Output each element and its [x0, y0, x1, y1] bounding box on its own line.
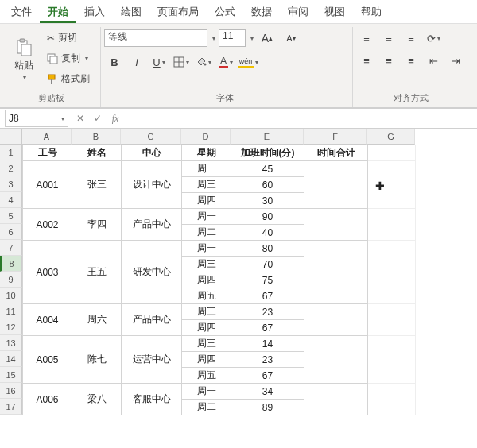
cell-sum[interactable] [304, 336, 368, 384]
row-header[interactable]: 10 [0, 288, 22, 303]
align-top-button[interactable]: ≡ [356, 29, 377, 48]
cell-center[interactable]: 产品中心 [122, 209, 182, 241]
format-painter-button[interactable]: 格式刷 [43, 70, 94, 88]
increase-font-button[interactable]: A▴ [257, 29, 277, 48]
row-header[interactable]: 5 [0, 208, 22, 224]
table-header-cell[interactable]: 姓名 [72, 145, 122, 161]
menu-开始[interactable]: 开始 [40, 1, 76, 23]
table-row[interactable]: A004周六产品中心周三23 [23, 304, 416, 320]
column-header[interactable]: E [231, 129, 304, 145]
menu-帮助[interactable]: 帮助 [353, 1, 390, 23]
row-header[interactable]: 13 [0, 335, 22, 351]
cell-overtime[interactable]: 40 [231, 225, 304, 241]
menu-公式[interactable]: 公式 [207, 1, 243, 23]
row-header[interactable]: 3 [0, 176, 22, 192]
cut-button[interactable]: ✂ 剪切 [43, 29, 94, 47]
cell-day[interactable]: 周二 [182, 400, 231, 415]
cell-overtime[interactable]: 70 [231, 257, 304, 272]
cell-day[interactable]: 周三 [182, 304, 231, 320]
menu-审阅[interactable]: 审阅 [280, 1, 316, 23]
cell-name[interactable]: 王五 [72, 241, 122, 304]
cell-overtime[interactable]: 80 [231, 241, 304, 257]
cell-id[interactable]: A005 [23, 336, 72, 384]
column-header[interactable]: A [22, 129, 72, 145]
chevron-down-icon[interactable]: ▾ [212, 35, 215, 42]
confirm-entry-button[interactable]: ✓ [89, 113, 107, 124]
cell-day[interactable]: 周三 [182, 257, 231, 272]
table-header-cell[interactable] [368, 145, 416, 161]
phonetic-button[interactable]: wén▾ [238, 52, 258, 71]
cell-day[interactable]: 周五 [182, 288, 231, 304]
decrease-indent-button[interactable]: ⇤ [423, 51, 444, 70]
menu-页面布局[interactable]: 页面布局 [149, 1, 207, 23]
table-header-cell[interactable]: 星期 [182, 145, 231, 161]
cell-overtime[interactable]: 60 [231, 177, 304, 193]
cell-day[interactable]: 周四 [182, 352, 231, 368]
cell-name[interactable]: 梁八 [72, 384, 122, 415]
cell-id[interactable]: A006 [23, 384, 72, 415]
cell-overtime[interactable]: 14 [231, 336, 304, 352]
row-header[interactable]: 17 [0, 399, 22, 415]
cell-day[interactable]: 周一 [182, 241, 231, 257]
cell-day[interactable]: 周一 [182, 161, 231, 177]
table-header-cell[interactable]: 中心 [122, 145, 182, 161]
table-header-cell[interactable]: 工号 [23, 145, 72, 161]
cell-day[interactable]: 周一 [182, 384, 231, 400]
cell-empty[interactable] [368, 336, 416, 384]
copy-button[interactable]: 复制 ▾ [43, 49, 94, 68]
cell-empty[interactable] [368, 161, 416, 209]
cell-day[interactable]: 周二 [182, 225, 231, 241]
cell-overtime[interactable]: 90 [231, 209, 304, 225]
cell-center[interactable]: 产品中心 [122, 304, 182, 336]
cell-day[interactable]: 周三 [182, 177, 231, 193]
cell-day[interactable]: 周五 [182, 368, 231, 384]
cell-overtime[interactable]: 75 [231, 272, 304, 288]
font-color-button[interactable]: A▾ [215, 52, 236, 71]
cell-empty[interactable] [368, 209, 416, 241]
underline-button[interactable]: U▾ [149, 52, 169, 71]
table-row[interactable]: A002李四产品中心周一90 [23, 209, 416, 225]
row-header[interactable]: 8 [0, 256, 22, 272]
cell-overtime[interactable]: 23 [231, 352, 304, 368]
row-header[interactable]: 4 [0, 192, 22, 208]
cell-name[interactable]: 张三 [72, 161, 122, 209]
row-header[interactable]: 9 [0, 272, 22, 288]
cancel-entry-button[interactable]: ✕ [72, 113, 89, 124]
table-row[interactable]: A006梁八客服中心周一34 [23, 384, 416, 400]
cell-sum[interactable] [304, 304, 368, 336]
row-header[interactable]: 2 [0, 160, 22, 176]
cell-empty[interactable] [368, 384, 416, 415]
cell-id[interactable]: A001 [23, 161, 72, 209]
row-header[interactable]: 12 [0, 319, 22, 335]
menu-文件[interactable]: 文件 [3, 1, 40, 23]
table-header-cell[interactable]: 时间合计 [304, 145, 368, 161]
table-row[interactable]: A001张三设计中心周一45 [23, 161, 416, 177]
cell-name[interactable]: 李四 [72, 209, 122, 241]
increase-indent-button[interactable]: ⇥ [445, 51, 466, 70]
column-header[interactable]: G [367, 129, 415, 145]
align-right-button[interactable]: ≡ [401, 51, 421, 70]
cell-center[interactable]: 研发中心 [122, 241, 182, 304]
font-size-select[interactable]: 11 [219, 29, 246, 47]
table-row[interactable]: A003王五研发中心周一80 [23, 241, 416, 257]
cell-sum[interactable] [304, 161, 368, 209]
row-header[interactable]: 7 [0, 240, 22, 256]
orientation-button[interactable]: ⟳▾ [423, 29, 444, 48]
cell-name[interactable]: 陈七 [72, 336, 122, 384]
cell-name[interactable]: 周六 [72, 304, 122, 336]
cell-day[interactable]: 周一 [182, 209, 231, 225]
cell-day[interactable]: 周三 [182, 336, 231, 352]
menu-插入[interactable]: 插入 [76, 1, 113, 23]
cell-overtime[interactable]: 30 [231, 193, 304, 209]
column-header[interactable]: C [121, 129, 181, 145]
paste-button[interactable]: 粘贴 ▾ [8, 29, 40, 90]
menu-视图[interactable]: 视图 [316, 1, 353, 23]
row-header[interactable]: 11 [0, 303, 22, 319]
cell-empty[interactable] [368, 304, 416, 336]
insert-function-button[interactable]: fx [107, 113, 124, 125]
row-header[interactable]: 1 [0, 145, 22, 160]
cell-center[interactable]: 设计中心 [122, 161, 182, 209]
cell-overtime[interactable]: 67 [231, 320, 304, 336]
cell-overtime[interactable]: 67 [231, 288, 304, 304]
cell-overtime[interactable]: 89 [231, 400, 304, 415]
